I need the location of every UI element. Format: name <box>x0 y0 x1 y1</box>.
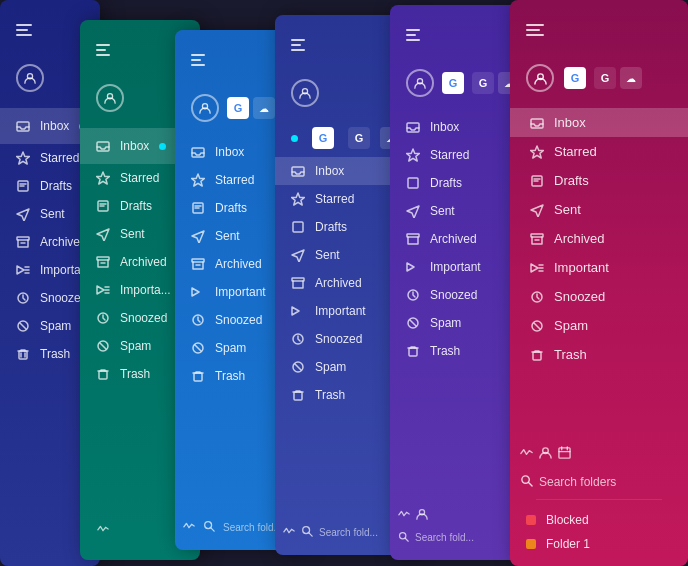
trash-icon <box>291 388 305 402</box>
important-icon <box>96 283 110 297</box>
svg-marker-66 <box>407 263 414 271</box>
svg-line-96 <box>529 483 532 486</box>
nav-inbox[interactable]: Inbox <box>510 108 688 137</box>
drafts-label: Drafts <box>40 179 72 193</box>
svg-rect-58 <box>294 392 302 400</box>
account-section: G G ☁ <box>510 56 688 100</box>
inbox-label: Inbox <box>430 120 459 134</box>
star-icon <box>96 171 110 185</box>
activity-icon <box>183 518 195 536</box>
spam-icon <box>96 339 110 353</box>
google-button[interactable]: G <box>312 127 334 149</box>
trash-icon <box>530 348 544 362</box>
important-icon <box>291 304 305 318</box>
svg-rect-33 <box>99 371 107 379</box>
google-button-alt[interactable]: G <box>472 72 494 94</box>
svg-rect-24 <box>97 257 109 260</box>
drafts-icon <box>96 199 110 213</box>
inbox-icon <box>406 120 420 134</box>
nav-starred[interactable]: Starred <box>510 137 688 166</box>
spam-icon <box>291 360 305 374</box>
google-button-alt[interactable]: G <box>594 67 616 89</box>
svg-point-95 <box>522 476 529 483</box>
inbox-label: Inbox <box>315 164 344 178</box>
drafts-icon <box>16 179 30 193</box>
important-icon <box>406 260 420 274</box>
avatar <box>526 64 554 92</box>
search-icon[interactable] <box>520 473 533 491</box>
spam-label: Spam <box>315 360 346 374</box>
inbox-icon <box>530 116 544 130</box>
svg-marker-42 <box>192 288 199 296</box>
trash-label: Trash <box>315 388 345 402</box>
search-folders-label: Search fold... <box>223 522 282 533</box>
google-button[interactable]: G <box>227 97 249 119</box>
svg-rect-70 <box>409 348 417 356</box>
starred-label: Starred <box>430 148 469 162</box>
nav-blocked[interactable]: Blocked <box>520 508 678 532</box>
important-label: Important <box>430 260 481 274</box>
snoozed-label: Snoozed <box>315 332 362 346</box>
nav-snoozed[interactable]: Snoozed <box>510 282 688 311</box>
important-label: Important <box>315 304 366 318</box>
starred-label: Starred <box>40 151 79 165</box>
search-folders-label: Search fold... <box>415 532 474 543</box>
activity-icon <box>96 522 110 536</box>
nav-important[interactable]: Important <box>510 253 688 282</box>
snoozed-label: Snoozed <box>215 313 262 327</box>
folder1-color <box>526 539 536 549</box>
trash-label: Trash <box>554 347 587 362</box>
avatar <box>406 69 434 97</box>
nav-archived[interactable]: Archived <box>510 224 688 253</box>
nav-sent[interactable]: Sent <box>510 195 688 224</box>
svg-line-48 <box>211 528 214 531</box>
trash-label: Trash <box>215 369 245 383</box>
svg-marker-54 <box>292 307 299 315</box>
google-button[interactable]: G <box>564 67 586 89</box>
archived-icon <box>191 257 205 271</box>
menu-button[interactable] <box>510 16 688 44</box>
svg-line-88 <box>534 323 540 329</box>
drafts-icon <box>291 220 305 234</box>
important-label: Important <box>554 260 609 275</box>
spam-label: Spam <box>430 316 461 330</box>
archived-icon <box>291 276 305 290</box>
archived-icon <box>530 232 544 246</box>
avatar <box>291 79 319 107</box>
svg-rect-64 <box>408 178 418 188</box>
inbox-label: Inbox <box>40 119 69 133</box>
snoozed-icon <box>406 288 420 302</box>
archived-icon <box>16 235 30 249</box>
svg-rect-15 <box>19 351 27 359</box>
nav-folder-1[interactable]: Folder 1 <box>520 532 678 556</box>
nav-trash[interactable]: Trash <box>510 340 688 369</box>
nav-spam[interactable]: Spam <box>510 311 688 340</box>
trash-icon <box>96 367 110 381</box>
drafts-icon <box>530 174 544 188</box>
activity-icon <box>520 445 533 463</box>
inbox-label: Inbox <box>120 139 149 153</box>
sent-label: Sent <box>120 227 145 241</box>
person-icon <box>416 506 428 524</box>
snoozed-icon <box>96 311 110 325</box>
google-button-2[interactable]: G <box>348 127 370 149</box>
sent-label: Sent <box>430 204 455 218</box>
spam-icon <box>16 319 30 333</box>
drafts-label: Drafts <box>554 173 589 188</box>
nav-drafts[interactable]: Drafts <box>510 166 688 195</box>
drafts-label: Drafts <box>315 220 347 234</box>
spam-label: Spam <box>120 339 151 353</box>
important-label: Important <box>215 285 266 299</box>
svg-line-73 <box>405 538 408 541</box>
sent-icon <box>530 203 544 217</box>
svg-point-72 <box>400 533 406 539</box>
svg-marker-51 <box>292 193 305 205</box>
blocked-label: Blocked <box>546 513 589 527</box>
google-button[interactable]: G <box>442 72 464 94</box>
svg-rect-65 <box>407 234 419 237</box>
sent-label: Sent <box>554 202 581 217</box>
inbox-dot <box>291 135 298 142</box>
snoozed-label: Snoozed <box>430 288 477 302</box>
avatar <box>16 64 44 92</box>
spam-label: Spam <box>215 341 246 355</box>
